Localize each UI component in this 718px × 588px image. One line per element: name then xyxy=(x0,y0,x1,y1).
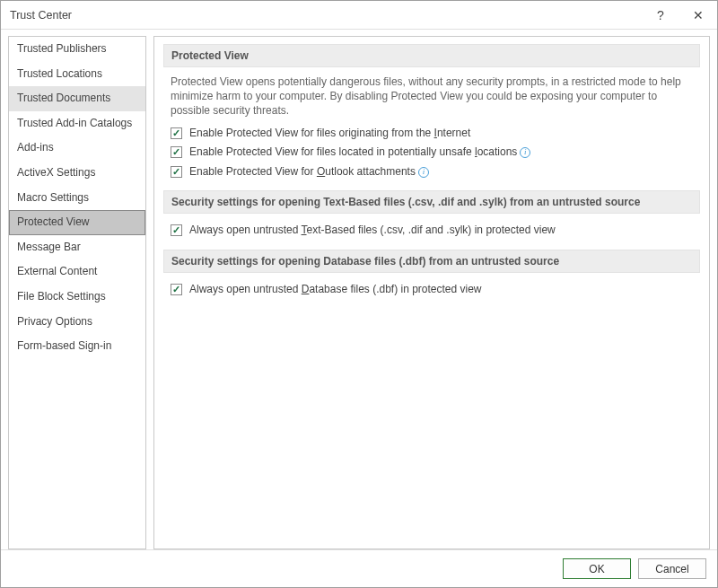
sidebar-item-label: External Content xyxy=(17,265,97,277)
sidebar-item-label: Form-based Sign-in xyxy=(17,339,111,352)
option-pv-internet[interactable]: Enable Protected View for files originat… xyxy=(171,124,693,144)
category-sidebar: Trusted Publishers Trusted Locations Tru… xyxy=(8,36,146,549)
dialog-body: Trusted Publishers Trusted Locations Tru… xyxy=(1,30,717,549)
dialog-title: Trust Center xyxy=(10,9,642,22)
option-label: Enable Protected View for files located … xyxy=(189,145,530,160)
option-label: Enable Protected View for files originat… xyxy=(189,127,470,141)
sidebar-item-label: Trusted Publishers xyxy=(17,42,107,55)
protected-view-description: Protected View opens potentially dangero… xyxy=(171,75,693,118)
ok-button[interactable]: OK xyxy=(563,558,631,579)
sidebar-item-label: Protected View xyxy=(17,215,90,228)
sidebar-item-label: Trusted Add-in Catalogs xyxy=(17,117,132,129)
checkbox-icon xyxy=(171,127,182,139)
sidebar-item-label: Message Bar xyxy=(17,241,81,253)
sidebar-item-label: File Block Settings xyxy=(17,290,106,303)
section-header-text-files: Security settings for opening Text-Based… xyxy=(163,190,700,214)
close-icon: ✕ xyxy=(693,8,704,22)
info-icon[interactable]: i xyxy=(520,147,530,158)
sidebar-item-trusted-addin-catalogs[interactable]: Trusted Add-in Catalogs xyxy=(9,111,145,136)
option-pv-unsafe-locations[interactable]: Enable Protected View for files located … xyxy=(171,143,693,162)
sidebar-item-trusted-publishers[interactable]: Trusted Publishers xyxy=(9,37,145,62)
sidebar-item-activex-settings[interactable]: ActiveX Settings xyxy=(9,161,145,186)
section-body-text-files: Always open untrusted Text-Based files (… xyxy=(163,221,700,250)
section-body-db-files: Always open untrusted Database files (.d… xyxy=(163,280,700,309)
sidebar-item-trusted-documents[interactable]: Trusted Documents xyxy=(9,86,145,111)
help-button[interactable]: ? xyxy=(642,1,679,29)
sidebar-item-trusted-locations[interactable]: Trusted Locations xyxy=(9,62,145,87)
content-panel: Protected View Protected View opens pote… xyxy=(153,36,710,549)
titlebar: Trust Center ? ✕ xyxy=(1,1,717,30)
option-label: Always open untrusted Text-Based files (… xyxy=(189,224,556,238)
sidebar-item-label: Macro Settings xyxy=(17,191,89,204)
checkbox-icon xyxy=(171,166,182,178)
checkbox-icon xyxy=(171,146,182,158)
option-db-files-pv[interactable]: Always open untrusted Database files (.d… xyxy=(171,280,693,300)
sidebar-item-privacy-options[interactable]: Privacy Options xyxy=(9,310,145,335)
option-label: Enable Protected View for Outlook attach… xyxy=(189,165,429,180)
option-label: Always open untrusted Database files (.d… xyxy=(189,283,482,297)
help-icon: ? xyxy=(657,8,664,22)
info-icon[interactable]: i xyxy=(418,167,429,178)
checkbox-icon xyxy=(171,284,182,295)
sidebar-item-file-block-settings[interactable]: File Block Settings xyxy=(9,285,145,310)
sidebar-item-protected-view[interactable]: Protected View xyxy=(9,210,145,235)
trust-center-dialog: Trust Center ? ✕ Trusted Publishers Trus… xyxy=(0,0,718,588)
sidebar-item-addins[interactable]: Add-ins xyxy=(9,136,145,161)
section-header-db-files: Security settings for opening Database f… xyxy=(163,250,700,273)
close-button[interactable]: ✕ xyxy=(679,1,717,29)
section-body-protected-view: Protected View opens potentially dangero… xyxy=(163,75,700,190)
cancel-button[interactable]: Cancel xyxy=(638,558,706,579)
option-pv-outlook-attachments[interactable]: Enable Protected View for Outlook attach… xyxy=(171,162,693,182)
sidebar-item-external-content[interactable]: External Content xyxy=(9,259,145,285)
sidebar-item-macro-settings[interactable]: Macro Settings xyxy=(9,186,145,211)
sidebar-item-label: ActiveX Settings xyxy=(17,166,95,179)
sidebar-item-form-based-signin[interactable]: Form-based Sign-in xyxy=(9,334,145,359)
sidebar-item-label: Trusted Locations xyxy=(17,67,102,80)
titlebar-actions: ? ✕ xyxy=(642,1,717,29)
checkbox-icon xyxy=(171,224,182,236)
sidebar-item-message-bar[interactable]: Message Bar xyxy=(9,235,145,260)
dialog-footer: OK Cancel xyxy=(1,549,717,587)
option-text-files-pv[interactable]: Always open untrusted Text-Based files (… xyxy=(171,221,693,241)
sidebar-item-label: Privacy Options xyxy=(17,315,92,328)
section-header-protected-view: Protected View xyxy=(163,44,700,67)
sidebar-item-label: Trusted Documents xyxy=(17,92,110,104)
sidebar-item-label: Add-ins xyxy=(17,141,54,154)
